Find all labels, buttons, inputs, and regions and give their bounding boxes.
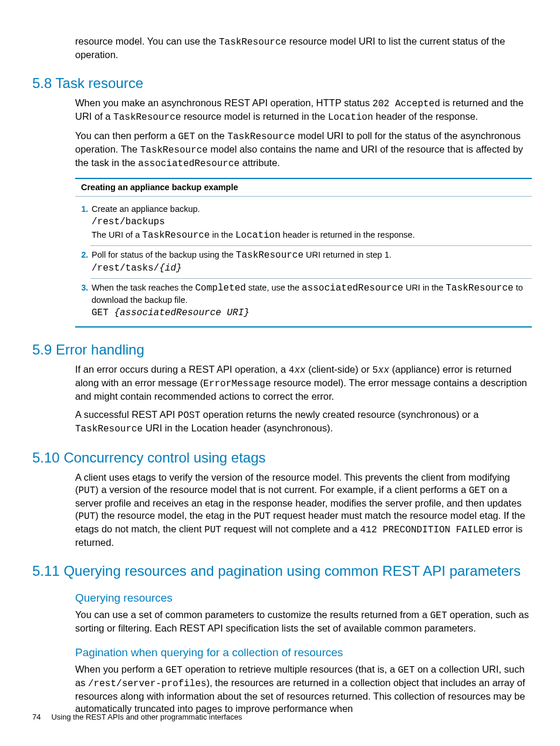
footer-title: Using the REST APIs and other programmat… — [51, 713, 242, 721]
para: You can then perform a GET on the TaskRe… — [75, 130, 532, 170]
heading-querying-resources: Querying resources — [75, 591, 532, 606]
example-title: Creating an appliance backup example — [75, 179, 532, 197]
heading-5-9: 5.9 Error handling — [32, 340, 532, 359]
heading-5-10: 5.10 Concurrency control using etags — [32, 448, 532, 467]
para: When you perform a GET operation to retr… — [75, 663, 532, 715]
text: resource model. You can use the — [75, 36, 219, 46]
intro-continuation: resource model. You can use the TaskReso… — [75, 35, 532, 61]
example-step-2: Poll for status of the backup using the … — [90, 246, 532, 279]
heading-5-11: 5.11 Querying resources and pagination u… — [32, 562, 532, 580]
para: A successful REST API POST operation ret… — [75, 409, 532, 436]
page-footer: 74Using the REST APIs and other programm… — [32, 713, 242, 723]
para: If an error occurs during a REST API ope… — [75, 363, 532, 403]
page-number: 74 — [32, 713, 41, 721]
para: A client uses etags to verify the versio… — [75, 471, 532, 549]
example-step-1: Create an appliance backup. /rest/backup… — [90, 200, 532, 245]
para: You can use a set of common parameters t… — [75, 609, 532, 634]
example-step-3: When the task reaches the Completed stat… — [90, 279, 532, 322]
example-box: Creating an appliance backup example Cre… — [75, 178, 532, 327]
heading-5-8: 5.8 Task resource — [32, 74, 532, 92]
code: TaskResource — [219, 37, 286, 48]
para: When you make an asynchronous REST API o… — [75, 97, 532, 124]
heading-pagination: Pagination when querying for a collectio… — [75, 646, 532, 660]
